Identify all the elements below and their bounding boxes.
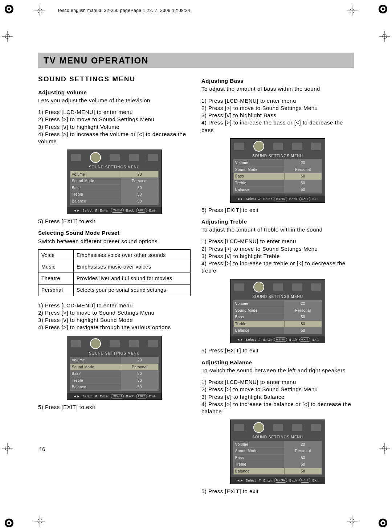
footer-menu-pill: MENU — [274, 197, 287, 201]
menu-row-label: Bass — [233, 173, 284, 180]
right-column: Adjusting Bass To adjust the amount of b… — [201, 74, 354, 499]
preset-row: VoiceEmphasises voice over other sounds — [38, 249, 191, 261]
preset-row: MusicEmphasises music over voices — [38, 261, 191, 273]
menu-row-label: Volume — [233, 160, 284, 167]
menu-row-value: 50 — [284, 468, 322, 475]
menu-title: SOUND SETTINGS MENU — [230, 293, 325, 300]
crosshair-icon — [2, 31, 13, 42]
menu-row-label: Treble — [233, 320, 284, 327]
preset-desc: Emphasises music over voices — [74, 261, 191, 273]
footer-menu-pill: MENU — [274, 337, 287, 342]
preset-table-body: VoiceEmphasises voice over other soundsM… — [38, 249, 191, 296]
preset-name: Music — [38, 261, 74, 273]
preset-name: Voice — [38, 249, 74, 261]
footer-menu-pill: MENU — [111, 394, 124, 399]
crosshair-icon — [379, 443, 390, 454]
preset-desc: Emphasises voice over other sounds — [74, 249, 191, 261]
print-header: tesco english manual 32-250 pagePage 1 2… — [58, 8, 190, 13]
menu-title: SOUND SETTINGS MENU — [67, 164, 162, 171]
menu-row-label: Treble — [233, 461, 284, 468]
menu-row-label: Bass — [70, 184, 121, 191]
volume-exit: 5) Press [EXIT] to exit — [38, 218, 191, 225]
menu-row-value: 50 — [284, 454, 322, 461]
menu-tab-sound-icon — [90, 338, 101, 349]
footer-exit-pill: EXIT — [136, 394, 147, 399]
menu-tab-icon — [129, 154, 139, 161]
crosshair-icon — [2, 443, 13, 454]
footer-exit-pill: EXIT — [299, 197, 310, 201]
menu-icon-row — [67, 150, 162, 164]
page-number: 16 — [39, 446, 45, 452]
menu-footer: ◄►Select⇵EnterMENUBackEXITExit — [230, 336, 325, 343]
menu-row-label: Balance — [70, 384, 121, 391]
menu-footer: ◄►Select⇵EnterMENUBackEXITExit — [230, 196, 325, 202]
menu-tab-sound-icon — [253, 141, 264, 152]
footer-arrows-icon: ◄► — [73, 208, 80, 213]
menu-tab-icon — [311, 143, 321, 150]
section-title: Tv Menu Operation — [44, 53, 354, 68]
tv-menu-screenshot-bass: SOUND SETTINGS MENUVolume20Sound ModePer… — [230, 138, 325, 203]
crosshair-icon — [34, 516, 45, 527]
menu-tab-icon — [148, 154, 158, 161]
footer-updown-icon: ⇵ — [95, 394, 98, 398]
menu-row-label: Sound Mode — [233, 307, 284, 314]
menu-tab-icon — [273, 143, 283, 150]
menu-icon-row — [230, 279, 325, 293]
menu-row-label: Volume — [70, 171, 121, 178]
menu-row-value: 50 — [284, 314, 322, 321]
menu-row-value: 50 — [121, 384, 159, 391]
menu-tab-icon — [71, 154, 81, 161]
footer-exit-pill: EXIT — [136, 208, 147, 213]
menu-tab-icon — [234, 283, 244, 291]
footer-arrows-icon: ◄► — [237, 337, 244, 342]
treble-desc: To adjust the amount of treble within th… — [201, 226, 354, 233]
menu-title: SOUND SETTINGS MENU — [67, 350, 162, 357]
svg-point-5 — [382, 8, 384, 10]
treble-exit: 5) Press [EXIT] to exit — [201, 347, 354, 354]
menu-row-value: 50 — [284, 320, 322, 327]
menu-table: Volume20Sound ModePersonalBass50Treble50… — [233, 159, 322, 193]
menu-row-label: Bass — [233, 454, 284, 461]
menu-tab-icon — [71, 340, 81, 347]
balance-steps: 1) Press [LCD-MENU] to enter menu 2) Pre… — [201, 378, 354, 415]
registration-mark-icon — [4, 517, 15, 528]
menu-row-label: Bass — [70, 371, 121, 377]
menu-row-value: 50 — [121, 191, 159, 198]
section-titlebar: Tv Menu Operation — [38, 53, 354, 68]
menu-tab-icon — [311, 424, 321, 431]
bass-desc: To adjust the amount of bass within the … — [201, 85, 354, 93]
treble-steps: 1) Press [LCD-MENU] to enter menu 2) Pre… — [201, 238, 354, 274]
menu-footer: ◄►Select⇵EnterMENUBackEXITExit — [67, 393, 162, 400]
menu-row-label: Volume — [233, 300, 284, 307]
menu-table: Volume20Sound ModePersonalBass50Treble50… — [233, 300, 322, 334]
balance-exit: 5) Press [EXIT] to exit — [201, 488, 354, 495]
left-column: Sound Settings Menu Adjusting Volume Let… — [38, 74, 191, 499]
bass-steps: 1) Press [LCD-MENU] to enter menu 2) Pre… — [201, 97, 354, 134]
footer-arrows-icon: ◄► — [73, 394, 80, 398]
menu-row-label: Volume — [70, 357, 121, 364]
menu-footer: ◄►Select⇵EnterMENUBackEXITExit — [230, 477, 325, 484]
menu-icon-row — [230, 420, 325, 434]
adjusting-volume-steps: 1) Press [LCD-MENU] to enter menu 2) Pre… — [38, 109, 191, 145]
menu-icon-row — [230, 139, 325, 152]
menu-footer: ◄►Select⇵EnterMENUBackEXITExit — [67, 207, 162, 214]
menu-row-value: 20 — [284, 441, 322, 448]
menu-tab-icon — [148, 340, 158, 347]
menu-tab-sound-icon — [253, 282, 264, 292]
bass-h: Adjusting Bass — [201, 77, 354, 85]
preset-row: PersonalSelects your personal sound sett… — [38, 284, 191, 296]
menu-tab-icon — [234, 424, 244, 431]
menu-tab-icon — [129, 340, 139, 347]
crosshair-icon — [347, 5, 358, 16]
preset-desc: Selects your personal sound settings — [74, 284, 191, 296]
menu-row-label: Balance — [233, 327, 284, 334]
menu-tab-icon — [110, 340, 120, 347]
menu-tab-sound-icon — [90, 152, 101, 163]
menu-row-label: Sound Mode — [233, 166, 284, 173]
menu-table: Volume20Sound ModePersonalBass50Treble50… — [70, 357, 159, 391]
menu-row-value: 50 — [121, 371, 159, 377]
preset-name: Theatre — [38, 273, 74, 284]
menu-row-value: Personal — [284, 448, 322, 455]
menu-row-value: 50 — [284, 180, 322, 187]
menu-tab-icon — [292, 424, 302, 431]
